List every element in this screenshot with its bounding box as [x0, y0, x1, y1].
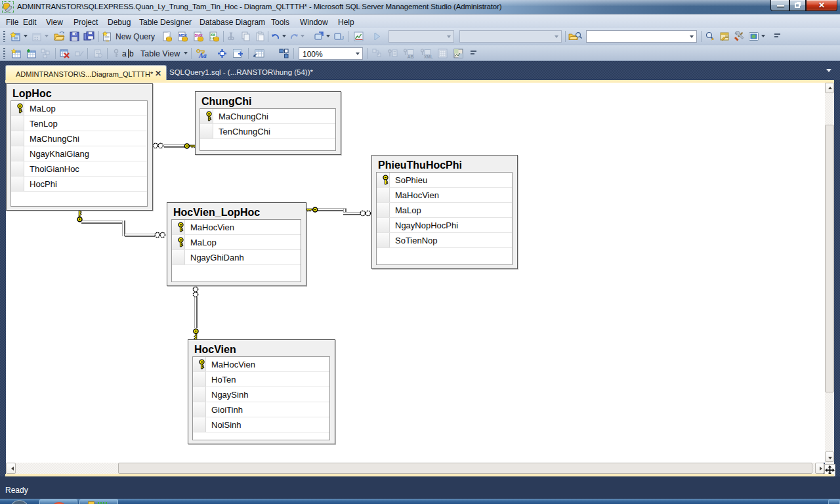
svg-text:b: b: [129, 49, 134, 58]
svg-text:XML: XML: [424, 54, 433, 59]
svg-text:a: a: [122, 49, 127, 58]
svg-text:AB: AB: [408, 54, 414, 59]
svg-text:Aa: Aa: [198, 52, 207, 59]
